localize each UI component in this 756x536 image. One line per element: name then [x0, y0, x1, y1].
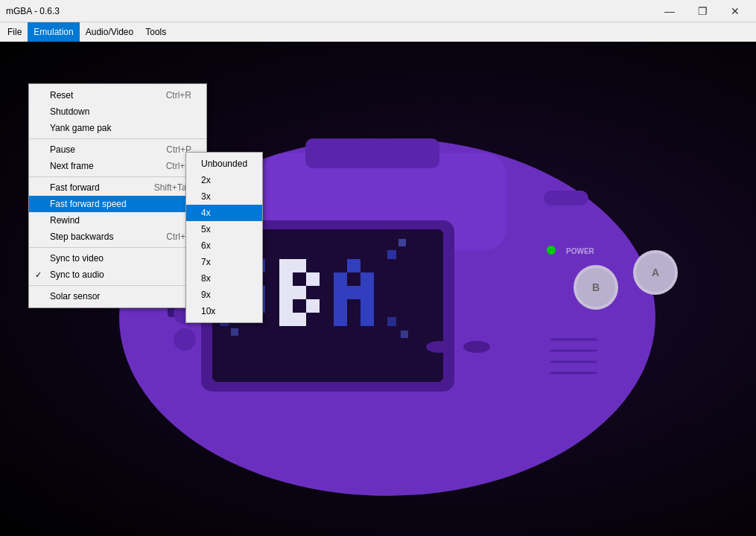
speed-8x[interactable]: 8x — [186, 270, 262, 287]
svg-text:B: B — [592, 281, 600, 293]
svg-rect-26 — [279, 286, 293, 299]
speed-4x[interactable]: 4x — [186, 205, 262, 221]
menu-stepbackwards[interactable]: Step backwards Ctrl+B — [29, 229, 206, 245]
speed-5x[interactable]: 5x — [186, 221, 262, 237]
speed-unbounded[interactable]: Unbounded — [186, 156, 262, 172]
minimize-button[interactable]: — — [655, 4, 684, 19]
svg-rect-43 — [401, 331, 408, 338]
menu-emulation[interactable]: Emulation — [28, 22, 79, 42]
svg-rect-30 — [360, 272, 374, 286]
menu-synctoaudio[interactable]: ✓ Sync to audio — [29, 267, 206, 283]
svg-rect-27 — [279, 272, 293, 286]
separator-1 — [29, 138, 206, 139]
svg-rect-28 — [334, 272, 347, 286]
window-controls: — ❐ ✕ — [655, 4, 750, 19]
svg-rect-37 — [360, 313, 374, 326]
svg-rect-24 — [279, 313, 293, 326]
svg-rect-34 — [334, 299, 347, 313]
svg-rect-29 — [347, 259, 360, 272]
separator-3 — [29, 247, 206, 248]
svg-point-63 — [174, 328, 196, 351]
svg-rect-33 — [360, 286, 374, 299]
svg-rect-23 — [293, 313, 306, 326]
svg-rect-3 — [305, 138, 439, 168]
titlebar: mGBA - 0.6.3 — ❐ ✕ — [0, 0, 756, 22]
menu-pause[interactable]: Pause Ctrl+P — [29, 141, 206, 158]
separator-4 — [29, 285, 206, 286]
maximize-button[interactable]: ❐ — [687, 4, 717, 19]
speed-10x[interactable]: 10x — [186, 303, 262, 319]
menu-tools[interactable]: Tools — [139, 22, 172, 42]
svg-rect-39 — [398, 239, 406, 246]
menu-fastforward[interactable]: Fast forward Shift+Tab — [29, 179, 206, 196]
menu-yank[interactable]: Yank game pak — [29, 120, 206, 136]
menu-rewind[interactable]: Rewind ~ — [29, 212, 206, 229]
svg-rect-38 — [387, 250, 396, 259]
menu-nextframe[interactable]: Next frame Ctrl+N — [29, 158, 206, 174]
content-area: B A POWER Reset Ctrl+R Shutdown Yank gam… — [0, 42, 756, 536]
window-title: mGBA - 0.6.3 — [6, 6, 60, 16]
svg-point-56 — [547, 246, 556, 255]
menu-solarsensor[interactable]: Solar sensor ▶ — [29, 288, 206, 304]
speed-7x[interactable]: 7x — [186, 254, 262, 270]
svg-rect-22 — [306, 299, 320, 313]
menu-audiovideo[interactable]: Audio/Video — [80, 22, 140, 42]
svg-rect-32 — [347, 286, 360, 299]
svg-rect-36 — [334, 313, 347, 326]
menu-synctovideo[interactable]: Sync to video — [29, 250, 206, 267]
svg-rect-20 — [306, 272, 320, 286]
menu-fastforwardspeed[interactable]: Fast forward speed ▶ — [29, 196, 206, 212]
menu-shutdown[interactable]: Shutdown — [29, 103, 206, 120]
svg-text:POWER: POWER — [566, 247, 595, 255]
svg-point-59 — [463, 341, 490, 353]
menubar: File Emulation Audio/Video Tools — [0, 22, 756, 42]
separator-2 — [29, 176, 206, 177]
speed-3x[interactable]: 3x — [186, 188, 262, 205]
svg-rect-31 — [334, 286, 347, 299]
svg-rect-42 — [387, 317, 396, 326]
svg-rect-19 — [293, 259, 306, 272]
svg-rect-41 — [231, 328, 238, 336]
speed-2x[interactable]: 2x — [186, 172, 262, 188]
svg-rect-18 — [279, 259, 293, 272]
close-button[interactable]: ✕ — [720, 4, 750, 19]
speed-6x[interactable]: 6x — [186, 237, 262, 254]
speed-9x[interactable]: 9x — [186, 287, 262, 303]
emulation-dropdown: Reset Ctrl+R Shutdown Yank game pak Paus… — [28, 83, 207, 308]
fastforward-submenu: Unbounded 2x 3x 4x 5x 6x 7x 8x 9x 10x — [185, 152, 263, 323]
svg-rect-35 — [360, 299, 374, 313]
svg-point-58 — [426, 341, 453, 353]
svg-rect-25 — [279, 299, 293, 313]
menu-file[interactable]: File — [1, 22, 28, 42]
svg-rect-61 — [544, 191, 588, 205]
svg-text:A: A — [652, 267, 659, 278]
menu-reset[interactable]: Reset Ctrl+R — [29, 87, 206, 103]
svg-rect-21 — [293, 286, 306, 299]
